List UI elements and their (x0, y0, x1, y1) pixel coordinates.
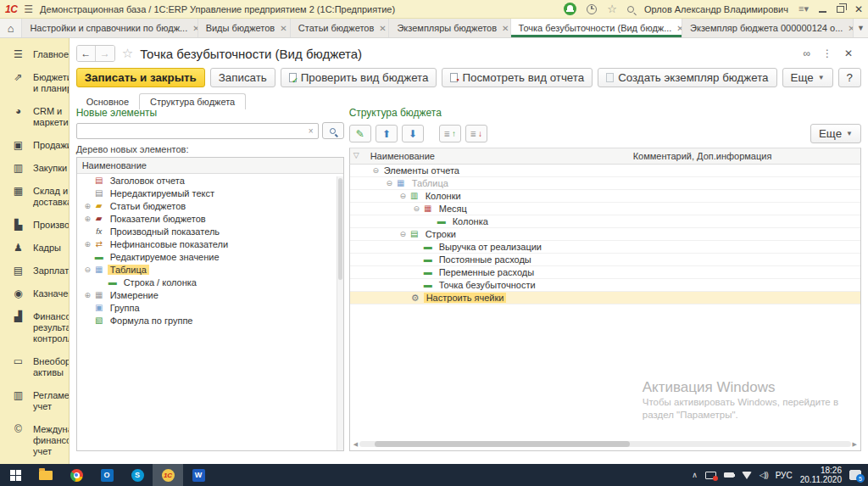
tab-close-icon[interactable]: ✕ (379, 24, 386, 33)
tree-item-group[interactable]: Группа (77, 301, 343, 314)
battery-icon[interactable] (724, 472, 734, 478)
search-input[interactable]: × (76, 123, 319, 139)
tree-item-static-text[interactable]: Нередактируемый текст (77, 187, 343, 199)
hidden-icons-chevron[interactable]: ∧ (692, 471, 698, 479)
tab-budget-kinds[interactable]: Виды бюджетов ✕ (198, 19, 291, 37)
search-button[interactable] (322, 122, 344, 139)
scroll-left-icon[interactable]: ◀ (353, 441, 358, 448)
add-to-favorites-icon[interactable]: ☆ (122, 46, 133, 61)
sidebar-item-crm[interactable]: ◕CRM и маркетинг (0, 100, 69, 134)
tree-item-column[interactable]: Колонка (350, 215, 860, 228)
1c-app-button[interactable]: 1С (153, 464, 183, 486)
language-indicator[interactable]: РУС (776, 471, 793, 480)
tab-breakeven-point[interactable]: Точка безубыточности (Вид бюдж... ✕ (511, 19, 683, 37)
sidebar-item-budgeting[interactable]: ⇗Бюджетирование и планирование (0, 66, 69, 100)
restore-icon[interactable] (837, 6, 844, 13)
notifications-bell-icon[interactable] (564, 3, 576, 15)
collapse-icon[interactable]: ⊖ (384, 179, 395, 187)
column-header-comment[interactable]: Комментарий, Доп.информация (633, 151, 772, 161)
tree-item-budget-articles[interactable]: ⊕Статьи бюджетов (77, 199, 343, 212)
word-button[interactable]: W (183, 464, 214, 486)
sidebar-item-main[interactable]: ☰Главное (0, 43, 69, 66)
sidebar-item-regulated-accounting[interactable]: ▥Регламентированный учет (0, 384, 69, 418)
tab-budget-settings[interactable]: Настройки и справочники по бюдж... ✕ (22, 19, 198, 37)
tab-close-icon[interactable]: ✕ (502, 24, 509, 33)
tab-close-icon[interactable]: ✕ (676, 24, 682, 33)
help-button[interactable]: ? (838, 68, 861, 87)
scrollbar-thumb[interactable] (375, 441, 630, 447)
tree-item-fixed-costs[interactable]: Постоянные расходы (350, 254, 860, 266)
more-actions-icon[interactable]: ⋮ (822, 47, 832, 59)
start-button[interactable] (0, 464, 31, 486)
nav-forward-button[interactable]: → (96, 46, 114, 61)
main-menu-icon[interactable]: ☰ (24, 4, 33, 14)
minimize-icon[interactable] (819, 11, 826, 13)
collapse-icon[interactable]: ⊖ (82, 265, 93, 274)
filter-icon[interactable]: ▽ (353, 151, 370, 161)
horizontal-scrollbar[interactable]: ◀ ▶ (353, 440, 857, 448)
window-close-icon[interactable]: ✕ (854, 4, 863, 14)
tab-close-icon[interactable]: ✕ (848, 24, 854, 33)
sidebar-item-ifrs[interactable]: ©Международный финансовый учет (0, 418, 69, 463)
move-up-button[interactable]: ⬆ (376, 125, 398, 142)
move-in-group-button[interactable]: ≣↑ (439, 125, 461, 142)
sidebar-item-production[interactable]: ▙Производство (0, 214, 69, 237)
tree-item-nonfinancial[interactable]: ⊕Нефинансовые показатели (77, 237, 343, 250)
service-menu-icon[interactable]: ≡▾ (798, 3, 809, 14)
tree-item-configure-cells[interactable]: Настроить ячейки (350, 292, 860, 304)
collapse-icon[interactable]: ⊖ (398, 192, 409, 200)
form-close-icon[interactable]: ✕ (844, 47, 853, 59)
tree-item-report-header[interactable]: Заголовок отчета (77, 174, 343, 187)
get-link-icon[interactable]: ∞ (803, 47, 810, 59)
save-button[interactable]: Записать (210, 68, 275, 87)
sidebar-item-purchases[interactable]: ▥Закупки (0, 157, 69, 180)
tab-budget-articles[interactable]: Статьи бюджетов ✕ (291, 19, 390, 37)
favorites-star-icon[interactable]: ☆ (607, 3, 617, 14)
expand-icon[interactable]: ⊕ (82, 215, 93, 223)
clock[interactable]: 18:26 20.11.2020 (800, 466, 842, 484)
collapse-icon[interactable]: ⊖ (370, 166, 381, 175)
create-budget-instance-button[interactable]: Создать экземпляр бюджета (598, 68, 776, 87)
tree-item-report-elements[interactable]: ⊖Элементы отчета (350, 165, 860, 177)
sidebar-item-salary[interactable]: ▤Зарплата (0, 260, 69, 282)
tree-item-rows[interactable]: ⊖Строки (350, 228, 860, 241)
tree-item-dimension[interactable]: ⊕Измерение (77, 288, 343, 301)
move-out-group-button[interactable]: ≣↓ (465, 125, 487, 142)
sidebar-item-fin-result[interactable]: ▟Финансовый результат и контроллинг (0, 305, 69, 350)
tree-item-row-column[interactable]: Строка / колонка (77, 276, 343, 288)
tree-item-table[interactable]: ⊖Таблица (350, 177, 860, 190)
column-header-name[interactable]: Наименование (370, 151, 633, 161)
home-tab[interactable]: ⌂ (0, 19, 22, 37)
history-icon[interactable] (587, 4, 597, 14)
outlook-button[interactable]: O (92, 464, 122, 486)
check-budget-kind-button[interactable]: Проверить вид бюджета (281, 68, 437, 87)
action-center-icon[interactable]: 5 (849, 470, 861, 480)
sidebar-item-treasury[interactable]: ◉Казначейство (0, 282, 69, 305)
tree-item-breakeven[interactable]: Точка безубыточности (350, 279, 860, 292)
tree-item-derived-indicator[interactable]: Производный показатель (77, 225, 343, 237)
scroll-right-icon[interactable]: ▶ (853, 441, 857, 448)
tree-item-month[interactable]: ⊖Месяц (350, 203, 860, 215)
tab-budget-instances[interactable]: Экземпляры бюджетов ✕ (389, 19, 510, 37)
tree-item-columns[interactable]: ⊖Колонки (350, 190, 860, 203)
chrome-button[interactable] (61, 464, 92, 486)
sidebar-item-warehouse[interactable]: ▦Склад и доставка (0, 180, 69, 214)
screen-recorder-icon[interactable] (705, 472, 716, 479)
collapse-icon[interactable]: ⊖ (398, 230, 409, 238)
tree-item-group-formula[interactable]: Формула по группе (77, 314, 343, 327)
expand-icon[interactable]: ⊕ (82, 240, 93, 249)
tab-close-icon[interactable]: ✕ (280, 24, 287, 33)
sidebar-item-fixed-assets[interactable]: ▭Внеоборотные активы (0, 350, 69, 384)
structure-more-button[interactable]: Еще▼ (810, 124, 861, 143)
move-down-button[interactable]: ⬇ (402, 125, 424, 142)
global-search-icon[interactable] (627, 6, 634, 13)
wifi-icon[interactable] (742, 472, 752, 479)
column-header-name[interactable]: Наименование (77, 158, 343, 174)
tree-item-variable-costs[interactable]: Переменные расходы (350, 266, 860, 279)
vertical-scrollbar[interactable] (337, 176, 343, 450)
view-report-button[interactable]: Посмотреть вид отчета (442, 68, 593, 87)
edit-button[interactable]: ✎ (349, 125, 371, 142)
tree-item-revenue[interactable]: Выручка от реализации (350, 241, 860, 254)
skype-button[interactable]: S (122, 464, 153, 486)
speaker-icon[interactable]: ◁)) (760, 471, 768, 479)
